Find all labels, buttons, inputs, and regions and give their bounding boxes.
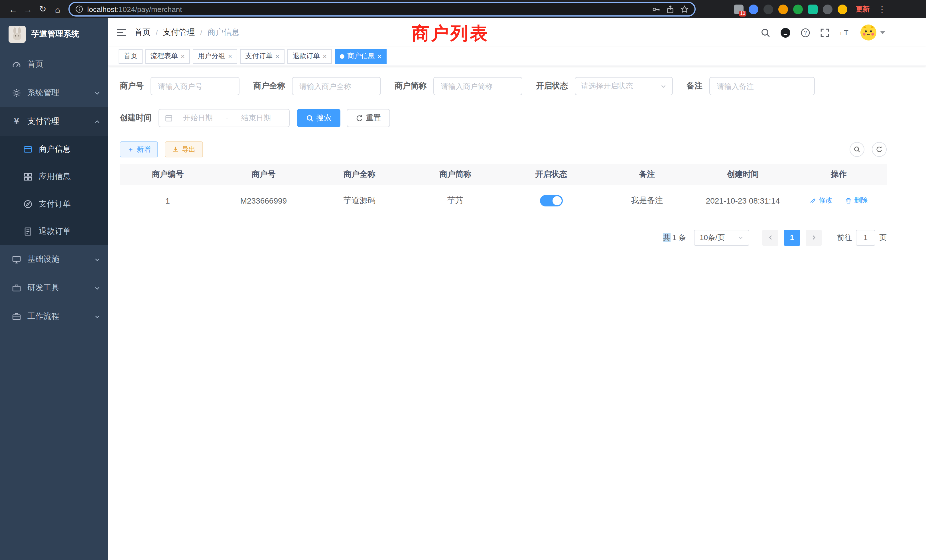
sidebar-item-app-info[interactable]: 应用信息 — [0, 163, 108, 191]
refresh-icon — [356, 114, 363, 122]
export-button[interactable]: 导出 — [165, 141, 203, 157]
github-icon[interactable] — [780, 27, 791, 38]
chevron-down-icon — [94, 285, 100, 291]
logo[interactable]: 芋道管理系统 — [0, 18, 108, 50]
toggle-search-button[interactable] — [850, 142, 864, 157]
bookmark-star-icon[interactable] — [680, 5, 689, 14]
sidebar-item-home[interactable]: 首页 — [0, 50, 108, 79]
app-title: 芋道管理系统 — [31, 29, 79, 39]
extension-smiley-icon[interactable] — [838, 4, 847, 14]
tab-payment-orders[interactable]: 支付订单 × — [240, 49, 284, 64]
extension-avatar-icon[interactable] — [778, 4, 788, 14]
page-number-button[interactable]: 1 — [784, 230, 800, 245]
sidebar-item-infrastructure[interactable]: 基础设施 — [0, 245, 108, 274]
chrome-update-button[interactable]: 更新 — [852, 3, 873, 16]
calendar-icon — [165, 114, 173, 122]
yen-icon: ¥ — [11, 117, 22, 126]
browser-home-button[interactable]: ⌂ — [50, 2, 65, 17]
tab-home[interactable]: 首页 — [119, 49, 142, 64]
extension-badge: 10 — [739, 11, 746, 16]
short-name-label: 商户简称 — [395, 81, 433, 91]
status-toggle[interactable] — [540, 195, 563, 206]
share-icon[interactable] — [666, 5, 675, 14]
chevron-down-icon — [94, 256, 100, 263]
extension-green-square-icon[interactable] — [808, 4, 818, 14]
full-name-input[interactable] — [292, 77, 381, 95]
user-menu[interactable] — [860, 24, 885, 41]
extension-blue-icon[interactable] — [749, 4, 758, 14]
browser-menu-icon[interactable]: ⋮ — [878, 5, 886, 14]
status-label: 开启状态 — [536, 81, 575, 91]
tab-user-group[interactable]: 用户分组 × — [193, 49, 237, 64]
tab-merchant-info[interactable]: 商户信息 × — [335, 49, 387, 64]
tab-refund-orders[interactable]: 退款订单 × — [287, 49, 332, 64]
page-annotation: 商户列表 — [412, 22, 489, 45]
add-button[interactable]: ＋ 新增 — [120, 141, 158, 157]
site-info-icon[interactable] — [75, 5, 83, 13]
tab-process-form[interactable]: 流程表单 × — [145, 49, 190, 64]
breadcrumb-separator: / — [200, 28, 203, 37]
table-row: 1 M233666999 芋道源码 芋艿 我是备注 2021-10-23 08:… — [120, 185, 887, 217]
sidebar-item-merchant-info[interactable]: 商户信息 — [0, 136, 108, 163]
close-icon[interactable]: × — [181, 53, 185, 60]
sidebar-toggle-icon[interactable] — [117, 28, 127, 37]
close-icon[interactable]: × — [228, 53, 232, 60]
goto-page-input[interactable] — [856, 230, 875, 245]
merchant-no-input[interactable] — [151, 77, 239, 95]
search-icon — [306, 114, 313, 122]
column-header: 商户编号 — [120, 164, 216, 185]
extension-green-circle-icon[interactable] — [793, 4, 803, 14]
sidebar-item-payment-orders[interactable]: 支付订单 — [0, 191, 108, 218]
card-icon — [23, 145, 33, 154]
chevron-down-icon — [881, 31, 885, 34]
chevron-down-icon — [94, 313, 100, 319]
document-icon — [23, 227, 33, 236]
sidebar-item-refund-orders[interactable]: 退款订单 — [0, 218, 108, 245]
remark-input[interactable] — [709, 77, 815, 95]
help-icon[interactable]: ? — [800, 28, 810, 37]
extensions-puzzle-icon[interactable]: 10 — [734, 4, 743, 14]
search-icon[interactable] — [761, 28, 770, 37]
address-bar[interactable]: localhost:1024/pay/merchant — [68, 2, 696, 17]
status-select[interactable]: 请选择开启状态 — [575, 77, 673, 95]
close-icon[interactable]: × — [377, 53, 381, 60]
edit-button[interactable]: 修改 — [809, 196, 832, 206]
close-icon[interactable]: × — [323, 53, 327, 60]
passwords-key-icon[interactable] — [652, 5, 660, 14]
sidebar-item-system[interactable]: 系统管理 — [0, 79, 108, 107]
browser-forward-button[interactable]: → — [21, 2, 35, 17]
gear-icon — [11, 88, 22, 97]
short-name-input[interactable] — [433, 77, 522, 95]
delete-button[interactable]: 删除 — [845, 196, 868, 206]
refresh-table-button[interactable] — [872, 142, 887, 157]
column-header: 商户号 — [216, 164, 311, 185]
close-icon[interactable]: × — [275, 53, 279, 60]
column-header: 操作 — [791, 164, 887, 185]
breadcrumb-payment[interactable]: 支付管理 — [163, 27, 195, 38]
start-date-placeholder[interactable]: 开始日期 — [177, 113, 218, 123]
create-time-range-picker[interactable]: 开始日期 - 结束日期 — [159, 109, 290, 127]
sidebar-item-workflow[interactable]: 工作流程 — [0, 302, 108, 331]
font-size-icon[interactable]: TT — [839, 28, 850, 37]
cell-merchant-no: M233666999 — [216, 185, 311, 217]
edit-pencil-icon — [809, 197, 817, 204]
end-date-placeholder[interactable]: 结束日期 — [236, 113, 277, 123]
next-page-button[interactable] — [806, 230, 822, 245]
monitor-icon — [11, 255, 22, 264]
search-button[interactable]: 搜索 — [297, 109, 340, 127]
extension-pin-icon[interactable] — [823, 4, 832, 14]
sidebar-item-dev-tools[interactable]: 研发工具 — [0, 274, 108, 302]
browser-back-button[interactable]: ← — [6, 2, 21, 17]
column-header: 开启状态 — [503, 164, 599, 185]
browser-reload-button[interactable]: ↻ — [35, 2, 50, 17]
prev-page-button[interactable] — [763, 230, 778, 245]
sidebar-item-payment[interactable]: ¥ 支付管理 — [0, 107, 108, 136]
reset-button[interactable]: 重置 — [346, 109, 390, 127]
remark-label: 备注 — [687, 81, 709, 91]
extension-dark-icon[interactable] — [764, 4, 773, 14]
breadcrumb-home[interactable]: 首页 — [135, 27, 151, 38]
cell-merchant-id: 1 — [120, 185, 216, 217]
plus-icon: ＋ — [127, 145, 134, 154]
page-size-select[interactable]: 10条/页 — [694, 230, 749, 245]
fullscreen-icon[interactable] — [820, 28, 830, 37]
